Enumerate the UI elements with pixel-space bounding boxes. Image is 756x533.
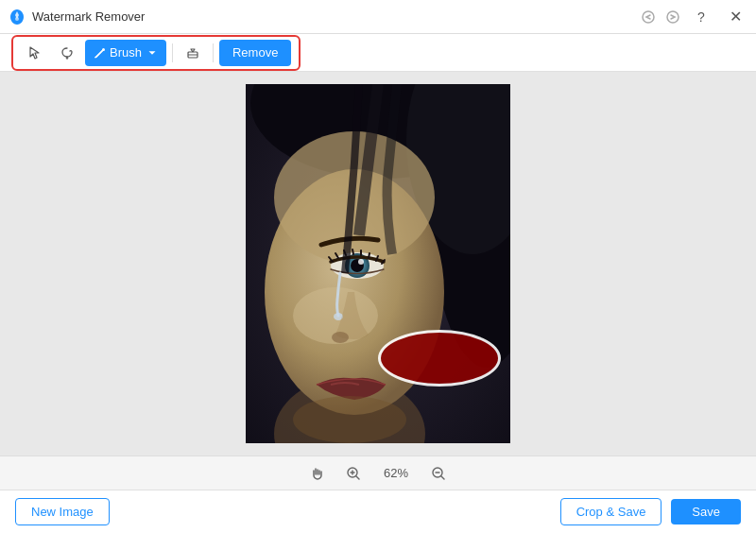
toolbar-tools: Brush Remove xyxy=(11,35,301,71)
bottombar: New Image Crop & Save Save xyxy=(0,490,756,533)
bottom-right-actions: Crop & Save Save xyxy=(560,498,741,525)
close-button[interactable]: ✕ xyxy=(722,4,748,30)
brush-tool-button[interactable]: Brush xyxy=(85,40,166,66)
redo-button[interactable] xyxy=(662,6,684,28)
brush-label: Brush xyxy=(110,45,142,60)
toolbar-divider xyxy=(172,43,173,62)
undo-button[interactable] xyxy=(637,6,660,28)
toolbar: Brush Remove xyxy=(0,34,756,72)
main-canvas-area xyxy=(0,72,756,456)
nav-arrows xyxy=(637,6,684,28)
app-logo-icon xyxy=(8,8,26,26)
svg-point-2 xyxy=(667,11,679,23)
titlebar-controls: ? ✕ xyxy=(688,4,748,30)
toolbar-divider-2 xyxy=(213,43,214,62)
hand-tool-button[interactable] xyxy=(305,461,330,486)
titlebar: Watermark Remover ? ✕ xyxy=(0,0,756,34)
portrait-image xyxy=(246,84,510,443)
svg-point-18 xyxy=(332,332,349,343)
zoom-level-display: 62% xyxy=(377,466,415,480)
crop-save-button[interactable]: Crop & Save xyxy=(560,498,662,525)
statusbar: 62% xyxy=(0,456,756,490)
svg-point-3 xyxy=(102,48,105,51)
svg-point-1 xyxy=(643,11,654,23)
remove-button[interactable]: Remove xyxy=(219,40,291,66)
selection-tool-button[interactable] xyxy=(21,40,49,66)
app-title: Watermark Remover xyxy=(32,9,637,24)
zoom-out-button[interactable] xyxy=(426,461,451,486)
image-container xyxy=(246,84,510,443)
svg-point-16 xyxy=(358,259,364,265)
svg-point-0 xyxy=(15,17,19,21)
help-button[interactable]: ? xyxy=(688,4,714,30)
svg-point-19 xyxy=(293,396,406,443)
eraser-tool-button[interactable] xyxy=(179,40,207,66)
lasso-tool-button[interactable] xyxy=(53,40,81,66)
new-image-button[interactable]: New Image xyxy=(15,498,110,525)
zoom-in-button[interactable] xyxy=(341,461,366,486)
save-button[interactable]: Save xyxy=(671,499,741,524)
oval-selection-mark xyxy=(378,330,501,387)
